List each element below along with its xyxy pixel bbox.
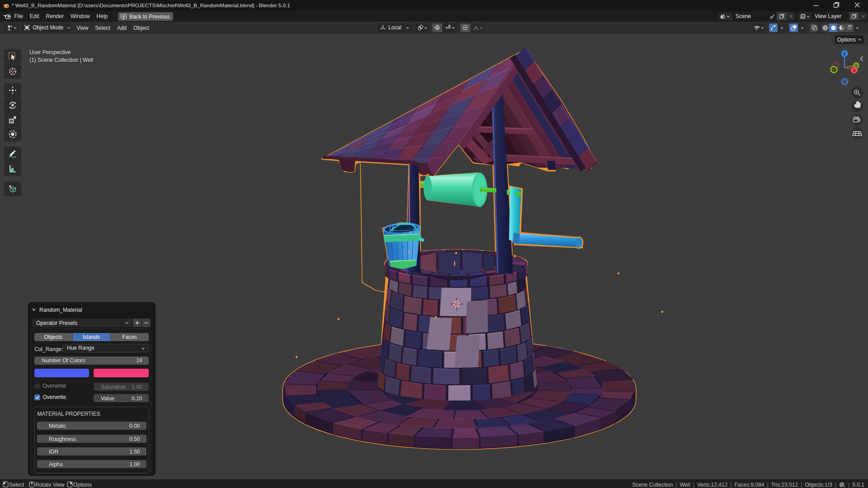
svg-text:Z: Z	[843, 51, 846, 56]
svg-text:X: X	[853, 68, 856, 73]
